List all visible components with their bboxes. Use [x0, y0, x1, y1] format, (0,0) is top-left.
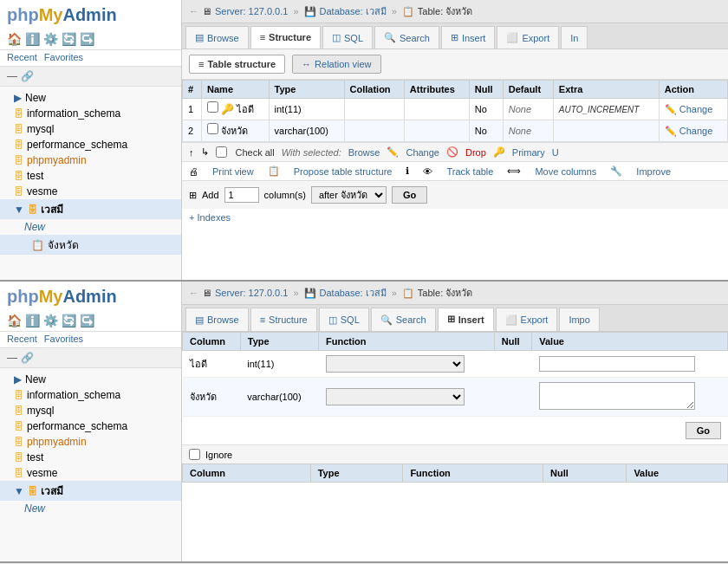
- tab-insert[interactable]: ⊞ Insert: [441, 26, 496, 49]
- favorites-link-2[interactable]: Favorites: [44, 334, 83, 344]
- sidebar-item-vesme2[interactable]: 🗄 vesme: [0, 465, 181, 481]
- minimize-icon-2[interactable]: —: [7, 352, 17, 364]
- ignore-checkbox[interactable]: [189, 449, 200, 460]
- sidebar-item-infos[interactable]: 🗄 information_schema: [0, 387, 181, 403]
- table-crumb-2: Table: จังหวัด: [418, 285, 472, 301]
- after-column-select[interactable]: after จังหวัด: [311, 186, 387, 204]
- tab-browse[interactable]: ▤ Browse: [185, 26, 249, 49]
- improve-link[interactable]: Improve: [636, 166, 671, 177]
- row-null: No: [469, 120, 503, 142]
- database-link-2[interactable]: Database: เวสมี: [320, 285, 387, 301]
- print-view-link[interactable]: Print view: [212, 166, 254, 177]
- check-all-checkbox[interactable]: [216, 146, 227, 158]
- change-action[interactable]: Change: [406, 147, 439, 158]
- exit-icon-2[interactable]: ↪️: [80, 314, 94, 327]
- tab-structure-2[interactable]: ≡ Structure: [250, 308, 317, 331]
- server-link[interactable]: Server: 127.0.0.1: [215, 6, 288, 16]
- sidebar-item-phpmyadmin[interactable]: 🗄 phpmyadmin: [0, 152, 181, 168]
- db-icon: 🗄: [14, 405, 23, 416]
- action-bar: ↑ ↳ Check all With selected: Browse ✏️ C…: [182, 142, 728, 161]
- tab-impo[interactable]: Impo: [559, 308, 599, 331]
- database-link[interactable]: Database: เวสมี: [320, 3, 387, 19]
- link-icon-2[interactable]: 🔗: [21, 352, 34, 364]
- sidebar-new-sub-2[interactable]: New: [0, 501, 181, 516]
- col-name-value: จังหวัด: [221, 126, 248, 136]
- sidebar-item-vesmi[interactable]: ▼ 🗄 เวสมี: [0, 199, 181, 219]
- sidebar-item-pma2[interactable]: 🗄 phpmyadmin: [0, 434, 181, 450]
- add-count-input[interactable]: [224, 187, 259, 203]
- sidebar-table-jangwat[interactable]: 📋 จังหวัด: [0, 235, 181, 255]
- sidebar-item-mysql[interactable]: 🗄 mysql: [0, 121, 181, 137]
- indexes-link[interactable]: + Indexes: [189, 212, 231, 223]
- info-icon-2[interactable]: ℹ️: [25, 314, 40, 327]
- info-icon[interactable]: ℹ️: [25, 32, 40, 46]
- edit-icon: ✏️: [665, 126, 677, 136]
- insert-null-header-b: Null: [543, 464, 627, 483]
- recent-link-2[interactable]: Recent: [7, 334, 37, 344]
- drop-action[interactable]: Drop: [465, 147, 486, 158]
- move-columns-link[interactable]: Move columns: [535, 166, 596, 177]
- db-name: mysql: [27, 405, 54, 417]
- tab-export-2[interactable]: ⬜ Export: [496, 308, 558, 331]
- propose-structure-link[interactable]: Propose table structure: [294, 166, 393, 177]
- settings-icon-2[interactable]: ⚙️: [43, 314, 58, 327]
- value-textarea-2[interactable]: [539, 382, 695, 410]
- tab-search[interactable]: 🔍 Search: [374, 26, 439, 49]
- refresh-icon[interactable]: 🔄: [62, 32, 76, 46]
- tab-structure[interactable]: ≡ Structure: [250, 26, 321, 49]
- db-name: vesme: [27, 185, 57, 198]
- server-link-2[interactable]: Server: 127.0.0.1: [215, 288, 288, 298]
- tab-search-2[interactable]: 🔍 Search: [371, 308, 436, 331]
- sidebar-item-information-schema[interactable]: 🗄 information_schema: [0, 106, 181, 121]
- sidebar-item-mysql2[interactable]: 🗄 mysql: [0, 403, 181, 418]
- sidebar-item-vesmi2[interactable]: ▼ 🗄 เวสมี: [0, 481, 181, 501]
- search-tab-icon-2: 🔍: [380, 314, 393, 326]
- refresh-icon-2[interactable]: 🔄: [62, 314, 76, 327]
- sub-tab-table-structure[interactable]: ≡ Table structure: [189, 55, 285, 74]
- pane-insert: phpMyAdmin 🏠 ℹ️ ⚙️ 🔄 ↪️ Recent Favorites…: [0, 282, 728, 563]
- track-table-link[interactable]: Track table: [446, 166, 493, 177]
- insert-null-header: Null: [494, 333, 532, 351]
- sub-tab-relation-view[interactable]: ↔ Relation view: [292, 55, 380, 74]
- change-link[interactable]: Change: [679, 126, 713, 136]
- sidebar-new-2[interactable]: ▶ New: [0, 372, 181, 387]
- sidebar-item-test[interactable]: 🗄 test: [0, 168, 181, 184]
- tab-in[interactable]: In: [561, 26, 588, 49]
- insert-col-name-2: จังหวัด: [183, 378, 241, 417]
- row-checkbox[interactable]: [207, 101, 218, 113]
- primary-action[interactable]: Primary: [512, 147, 545, 158]
- function-select-2[interactable]: [326, 388, 465, 405]
- browse-action[interactable]: Browse: [348, 147, 380, 158]
- favorites-link[interactable]: Favorites: [44, 52, 83, 62]
- exit-icon[interactable]: ↪️: [80, 32, 94, 46]
- go-button[interactable]: Go: [392, 186, 427, 204]
- tab-export[interactable]: ⬜ Export: [497, 26, 559, 49]
- relation-label: Relation view: [315, 59, 371, 69]
- sidebar-item-vesme[interactable]: 🗄 vesme: [0, 184, 181, 199]
- recent-link[interactable]: Recent: [7, 52, 37, 62]
- link-icon[interactable]: 🔗: [21, 70, 34, 82]
- sidebar-new[interactable]: ▶ New: [0, 90, 181, 106]
- insert-go-button[interactable]: Go: [686, 422, 721, 439]
- row-checkbox[interactable]: [207, 123, 218, 134]
- sidebar-icon-bar: 🏠 ℹ️ ⚙️ 🔄 ↪️: [0, 29, 181, 50]
- sidebar-new-sub[interactable]: New: [0, 219, 181, 235]
- sidebar-item-performance-schema[interactable]: 🗄 performance_schema: [0, 137, 181, 152]
- home-icon-2[interactable]: 🏠: [7, 314, 22, 327]
- change-link[interactable]: Change: [679, 104, 713, 114]
- minimize-icon[interactable]: —: [7, 70, 17, 82]
- tab-sql-2[interactable]: ◫ SQL: [319, 308, 369, 331]
- row-collation: [344, 99, 404, 120]
- sidebar-item-test2[interactable]: 🗄 test: [0, 450, 181, 465]
- value-input-1[interactable]: [539, 356, 695, 372]
- tab-browse-2[interactable]: ▤ Browse: [185, 308, 249, 331]
- insert-tab-icon-2: ⊞: [447, 314, 455, 325]
- insert-tab-icon: ⊞: [451, 32, 458, 43]
- u-action[interactable]: U: [552, 147, 559, 158]
- tab-insert-2[interactable]: ⊞ Insert: [438, 308, 494, 331]
- settings-icon[interactable]: ⚙️: [43, 32, 58, 46]
- sidebar-item-perf2[interactable]: 🗄 performance_schema: [0, 418, 181, 434]
- function-select-1[interactable]: [326, 355, 465, 373]
- home-icon[interactable]: 🏠: [7, 32, 22, 46]
- tab-sql[interactable]: ◫ SQL: [322, 26, 373, 49]
